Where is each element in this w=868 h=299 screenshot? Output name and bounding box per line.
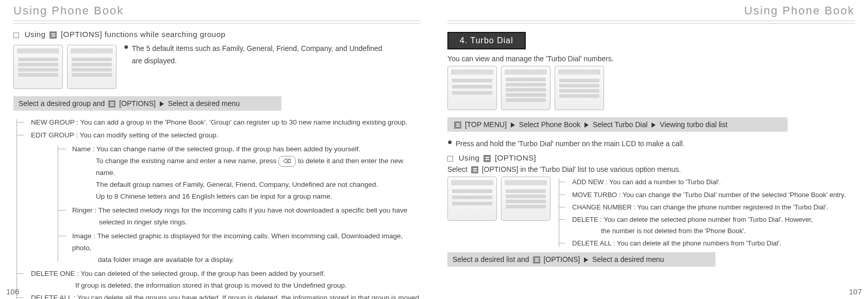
- instruction-bar: [TOP MENU] Select Phone Book Select Turb…: [447, 117, 788, 132]
- bar-text: Select Phone Book: [519, 120, 580, 129]
- text-line: selected in ringer style rings.: [72, 217, 421, 228]
- clear-key-icon: ⌫: [278, 156, 296, 167]
- right-page: Using Phone Book 4. Turbo Dial You can v…: [434, 0, 868, 299]
- phone-screenshot: [447, 177, 497, 221]
- phone-screenshot: [447, 66, 497, 110]
- bullet-dot-icon: ●: [447, 138, 453, 150]
- phone-screenshot: [555, 66, 604, 110]
- tree-item-delete-all: DELETE ALL : You can delete all the grou…: [25, 292, 421, 299]
- option-tree: NEW GROUP : You can add a group in the '…: [13, 117, 421, 299]
- text-line: Name : You can change name of the select…: [72, 144, 421, 155]
- note-bullet: ● The 5 default items such as Family, Ge…: [124, 43, 421, 67]
- tree-item-add-new: ADD NEW : You can add a number to 'Turbo…: [566, 177, 846, 188]
- arrow-right-icon: [585, 122, 589, 128]
- bar-text: Viewing turbo dial list: [660, 120, 727, 129]
- page-number: 106: [6, 287, 19, 296]
- tree-item-move-turbo: MOVE TURBO : You can change the 'Turbo D…: [566, 189, 846, 201]
- tree-item-change-number: CHANGE NUMBER : You can change the phone…: [566, 202, 846, 213]
- text-line: DELETE : You can delete the selected pho…: [572, 214, 846, 225]
- phone-screenshot: [501, 177, 550, 221]
- phone-screenshot: [13, 45, 63, 89]
- phone-screenshot: [501, 66, 550, 110]
- subhead-prefix: Using: [459, 153, 480, 162]
- text-line: Ringer : The selected melody rings for t…: [72, 205, 421, 217]
- phone-screenshot: [67, 45, 116, 89]
- instruction-bar: Select a desired list and [OPTIONS] Sele…: [447, 252, 715, 267]
- arrow-right-icon: [160, 101, 164, 107]
- tree-item-image: Image : The selected graphic is displaye…: [67, 231, 421, 266]
- subhead-prefix: Using: [25, 30, 46, 39]
- arrow-right-icon: [652, 122, 656, 128]
- options-key-icon: [483, 155, 491, 162]
- options-key-icon: [108, 100, 115, 108]
- bar-text: Select Turbo Dial: [593, 120, 648, 129]
- subhead-suffix: [OPTIONS]: [495, 153, 536, 162]
- square-bullet-icon: [13, 32, 19, 38]
- text-line: the number is not deleted from the 'Phon…: [572, 225, 846, 237]
- tree-item-edit-group: EDIT GROUP : You can modify setting of t…: [25, 130, 421, 142]
- text-line: If group is deleted, the information sto…: [31, 280, 421, 292]
- tree-item-ringer: Ringer : The selected melody rings for t…: [67, 205, 421, 228]
- note-bullet: ● Press and hold the 'Turbo Dial' number…: [447, 138, 855, 150]
- tree-item-name: Name : You can change name of the select…: [67, 144, 421, 203]
- text-line: DELETE ALL : You can delete all the grou…: [31, 292, 421, 299]
- header-rule: [447, 21, 855, 24]
- text-line: The default group names of Family, Gener…: [72, 179, 421, 191]
- subsection-heading: Using [OPTIONS] functions while searchin…: [13, 30, 421, 39]
- options-key-icon: [454, 121, 461, 129]
- section-title-box: 4. Turbo Dial: [447, 32, 526, 49]
- subhead-suffix: [OPTIONS] functions while searching grou…: [61, 30, 225, 39]
- screenshot-row: [447, 66, 855, 110]
- options-key-icon: [533, 256, 540, 263]
- bar-text: Select a desired menu: [592, 255, 664, 263]
- page-header-right: Using Phone Book: [447, 0, 855, 19]
- bar-text: [OPTIONS]: [543, 255, 580, 263]
- bullet-dot-icon: ●: [124, 43, 129, 67]
- text-line: data folder image are available for a di…: [72, 254, 421, 266]
- screenshot-row: [13, 45, 116, 89]
- text-line: To change the existing name and enter a …: [72, 155, 421, 179]
- subsection-heading: Using [OPTIONS]: [447, 153, 855, 162]
- note-line: Press and hold the 'Turbo Dial' number o…: [456, 138, 685, 150]
- intro-text: You can view and manage the 'Turbo Dial'…: [447, 55, 855, 63]
- bar-text: [OPTIONS]: [119, 99, 156, 108]
- bar-text: Select a desired list and: [453, 255, 529, 263]
- tree-item-delete-one: DELETE ONE : You can deleted of the sele…: [25, 268, 421, 292]
- tree-item-delete-all: DELETE ALL : You can delete all the phon…: [566, 238, 846, 249]
- text-line: Up to 8 Chinese letters and 16 English l…: [72, 191, 421, 203]
- screenshot-row: [447, 177, 550, 250]
- tree-item-delete: DELETE : You can delete the selected pho…: [566, 214, 846, 237]
- left-page: Using Phone Book Using [OPTIONS] functio…: [0, 0, 434, 299]
- bar-text: Select a desired group and: [19, 99, 105, 108]
- instruction-bar: Select a desired group and [OPTIONS] Sel…: [13, 96, 281, 111]
- header-rule: [13, 21, 421, 24]
- page-number: 107: [849, 287, 862, 296]
- tree-item-new-group: NEW GROUP : You can add a group in the '…: [25, 117, 421, 129]
- options-key-icon: [471, 166, 478, 173]
- arrow-right-icon: [511, 122, 515, 128]
- square-bullet-icon: [447, 156, 453, 162]
- page-header-left: Using Phone Book: [13, 0, 421, 19]
- options-key-icon: [49, 31, 57, 39]
- bar-text: [TOP MENU]: [465, 120, 507, 129]
- note-line: are displayed.: [132, 55, 382, 67]
- bar-text: Select a desired menu: [168, 99, 240, 108]
- text-line: DELETE ONE : You can deleted of the sele…: [31, 268, 421, 280]
- option-tree: ADD NEW : You can add a number to 'Turbo…: [557, 177, 846, 250]
- select-text: Select [OPTIONS] in the 'Turbo Dial' lis…: [447, 165, 855, 173]
- note-line: The 5 default items such as Family, Gene…: [132, 43, 382, 55]
- text-line: Image : The selected graphic is displaye…: [72, 231, 421, 254]
- arrow-right-icon: [584, 257, 588, 262]
